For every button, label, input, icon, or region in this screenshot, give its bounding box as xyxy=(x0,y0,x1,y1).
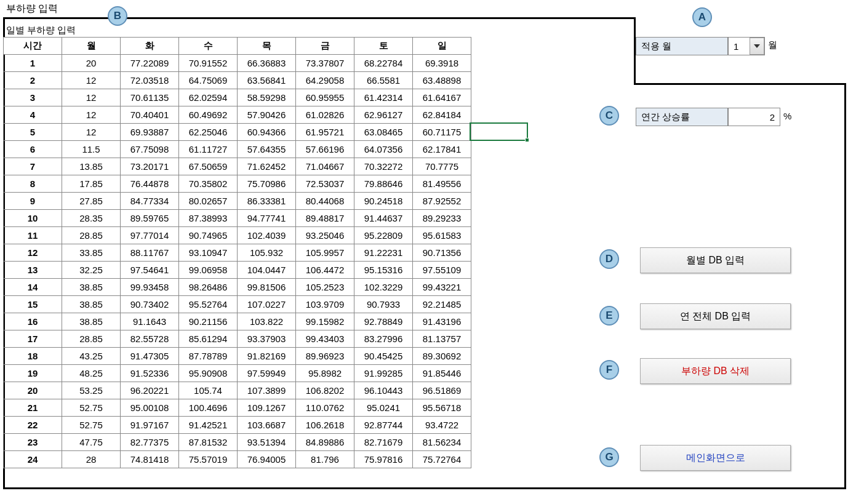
hour-cell[interactable]: 15 xyxy=(4,296,62,313)
delete-load-db-button[interactable]: 부하량 DB 삭제 xyxy=(640,358,791,384)
data-cell[interactable]: 61.02826 xyxy=(296,106,354,124)
hour-cell[interactable]: 22 xyxy=(4,417,62,434)
data-cell[interactable]: 96.10443 xyxy=(354,382,413,399)
data-cell[interactable]: 92.78849 xyxy=(354,313,413,330)
data-cell[interactable]: 81.56234 xyxy=(413,434,471,451)
data-cell[interactable]: 17.85 xyxy=(62,175,121,193)
yearly-db-input-button[interactable]: 연 전체 DB 입력 xyxy=(640,303,791,329)
data-cell[interactable]: 89.29233 xyxy=(413,210,471,227)
hour-cell[interactable]: 24 xyxy=(4,451,62,468)
data-cell[interactable]: 79.88646 xyxy=(354,175,413,193)
hour-cell[interactable]: 14 xyxy=(4,279,62,296)
data-cell[interactable]: 95.8982 xyxy=(296,365,354,382)
data-cell[interactable]: 100.4696 xyxy=(179,399,238,417)
data-cell[interactable]: 106.4472 xyxy=(296,262,354,279)
data-cell[interactable]: 63.48898 xyxy=(413,72,471,89)
data-cell[interactable]: 95.00108 xyxy=(121,399,179,417)
data-cell[interactable]: 90.24518 xyxy=(354,193,413,210)
data-cell[interactable]: 106.8202 xyxy=(296,382,354,399)
hour-cell[interactable]: 21 xyxy=(4,399,62,417)
data-cell[interactable]: 91.43196 xyxy=(413,313,471,330)
data-cell[interactable]: 71.04667 xyxy=(296,158,354,175)
data-cell[interactable]: 81.49556 xyxy=(413,175,471,193)
data-cell[interactable]: 76.94005 xyxy=(238,451,296,468)
data-cell[interactable]: 85.61294 xyxy=(179,330,238,348)
data-cell[interactable]: 90.45425 xyxy=(354,348,413,365)
data-cell[interactable]: 104.0447 xyxy=(238,262,296,279)
data-cell[interactable]: 99.43221 xyxy=(413,279,471,296)
data-cell[interactable]: 91.97167 xyxy=(121,417,179,434)
fill-handle[interactable] xyxy=(525,138,529,142)
data-cell[interactable]: 95.56718 xyxy=(413,399,471,417)
data-cell[interactable]: 83.27996 xyxy=(354,330,413,348)
data-cell[interactable]: 12 xyxy=(62,124,121,141)
data-cell[interactable]: 93.37903 xyxy=(238,330,296,348)
data-cell[interactable]: 90.7933 xyxy=(354,296,413,313)
data-cell[interactable]: 75.72764 xyxy=(413,451,471,468)
data-cell[interactable]: 95.52764 xyxy=(179,296,238,313)
data-cell[interactable]: 89.59765 xyxy=(121,210,179,227)
data-cell[interactable]: 64.75069 xyxy=(179,72,238,89)
data-cell[interactable]: 63.08465 xyxy=(354,124,413,141)
data-cell[interactable]: 61.11727 xyxy=(179,141,238,158)
data-cell[interactable]: 69.3918 xyxy=(413,55,471,72)
data-cell[interactable]: 12 xyxy=(62,72,121,89)
data-cell[interactable]: 107.3899 xyxy=(238,382,296,399)
data-cell[interactable]: 75.57019 xyxy=(179,451,238,468)
data-cell[interactable]: 66.36883 xyxy=(238,55,296,72)
data-cell[interactable]: 67.75098 xyxy=(121,141,179,158)
data-cell[interactable]: 60.71175 xyxy=(413,124,471,141)
hour-cell[interactable]: 10 xyxy=(4,210,62,227)
hour-cell[interactable]: 11 xyxy=(4,227,62,244)
main-screen-button[interactable]: 메인화면으로 xyxy=(640,445,791,471)
data-cell[interactable]: 87.38993 xyxy=(179,210,238,227)
data-cell[interactable]: 28.85 xyxy=(62,330,121,348)
hour-cell[interactable]: 2 xyxy=(4,72,62,89)
data-cell[interactable]: 81.13757 xyxy=(413,330,471,348)
hour-cell[interactable]: 8 xyxy=(4,175,62,193)
data-cell[interactable]: 90.74965 xyxy=(179,227,238,244)
data-cell[interactable]: 38.85 xyxy=(62,279,121,296)
data-cell[interactable]: 11.5 xyxy=(62,141,121,158)
data-cell[interactable]: 70.91552 xyxy=(179,55,238,72)
annual-rate-input[interactable]: 2 xyxy=(728,108,780,126)
data-cell[interactable]: 60.95955 xyxy=(296,89,354,106)
data-cell[interactable]: 70.7775 xyxy=(413,158,471,175)
data-cell[interactable]: 52.75 xyxy=(62,399,121,417)
data-cell[interactable]: 62.96127 xyxy=(354,106,413,124)
data-cell[interactable]: 57.64355 xyxy=(238,141,296,158)
data-cell[interactable]: 97.59949 xyxy=(238,365,296,382)
data-cell[interactable]: 92.87744 xyxy=(354,417,413,434)
data-cell[interactable]: 91.47305 xyxy=(121,348,179,365)
data-cell[interactable]: 60.49692 xyxy=(179,106,238,124)
data-cell[interactable]: 103.822 xyxy=(238,313,296,330)
data-cell[interactable]: 93.4722 xyxy=(413,417,471,434)
data-cell[interactable]: 91.52336 xyxy=(121,365,179,382)
data-cell[interactable]: 99.43403 xyxy=(296,330,354,348)
data-cell[interactable]: 103.6687 xyxy=(238,417,296,434)
data-cell[interactable]: 28.35 xyxy=(62,210,121,227)
hour-cell[interactable]: 5 xyxy=(4,124,62,141)
data-cell[interactable]: 70.61135 xyxy=(121,89,179,106)
data-cell[interactable]: 95.90908 xyxy=(179,365,238,382)
data-cell[interactable]: 28.85 xyxy=(62,227,121,244)
data-cell[interactable]: 82.77375 xyxy=(121,434,179,451)
data-cell[interactable]: 105.932 xyxy=(238,244,296,262)
data-cell[interactable]: 61.95721 xyxy=(296,124,354,141)
data-cell[interactable]: 99.93458 xyxy=(121,279,179,296)
apply-month-dropdown[interactable]: 1 xyxy=(728,37,765,55)
data-cell[interactable]: 96.20221 xyxy=(121,382,179,399)
data-cell[interactable]: 38.85 xyxy=(62,313,121,330)
data-cell[interactable]: 105.2523 xyxy=(296,279,354,296)
data-cell[interactable]: 82.71679 xyxy=(354,434,413,451)
data-cell[interactable]: 93.10947 xyxy=(179,244,238,262)
hour-cell[interactable]: 6 xyxy=(4,141,62,158)
data-cell[interactable]: 67.50659 xyxy=(179,158,238,175)
data-cell[interactable]: 99.06958 xyxy=(179,262,238,279)
data-cell[interactable]: 105.74 xyxy=(179,382,238,399)
hour-cell[interactable]: 9 xyxy=(4,193,62,210)
data-cell[interactable]: 91.99285 xyxy=(354,365,413,382)
data-cell[interactable]: 93.25046 xyxy=(296,227,354,244)
data-cell[interactable]: 103.9709 xyxy=(296,296,354,313)
data-cell[interactable]: 52.75 xyxy=(62,417,121,434)
